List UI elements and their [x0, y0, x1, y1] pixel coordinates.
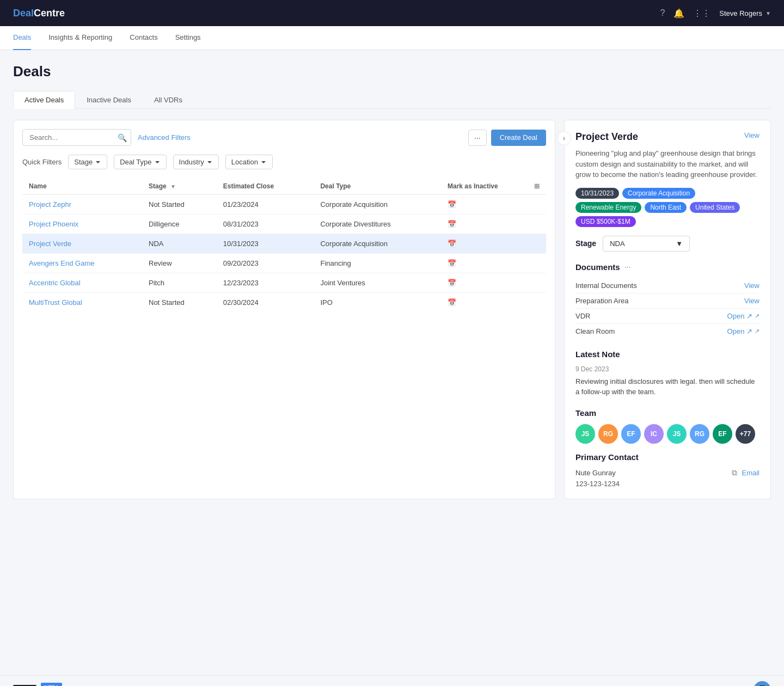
calendar-icon[interactable]: 📅 — [448, 220, 456, 228]
tag-acquisition: Corporate Acquisition — [622, 188, 695, 199]
panel-toggle-button[interactable]: › — [557, 131, 571, 145]
tag-date: 10/31/2023 — [575, 188, 619, 199]
avatar-rg1[interactable]: RG — [598, 424, 618, 444]
search-input[interactable] — [22, 129, 131, 146]
avatar-more[interactable]: +77 — [736, 424, 755, 444]
footer-logo-intralinks: INTRALINKS — [41, 683, 63, 686]
deal-action-cell: 📅 — [441, 215, 546, 234]
deal-link[interactable]: Avengers End Game — [29, 259, 94, 267]
calendar-icon[interactable]: 📅 — [448, 240, 456, 248]
avatar-ic[interactable]: IC — [644, 424, 664, 444]
deal-action-cell: 📅 — [441, 254, 546, 273]
deal-stage-cell: Not Started — [142, 293, 217, 313]
email-link[interactable]: Email — [742, 469, 759, 477]
deal-name-cell: Avengers End Game — [22, 254, 142, 273]
avatar-ef1[interactable]: EF — [621, 424, 641, 444]
deal-close-cell: 09/20/2023 — [217, 254, 314, 273]
contact-name: Nute Gunray — [575, 469, 616, 477]
avatar-js2[interactable]: JS — [667, 424, 687, 444]
latest-note-header: Latest Note — [575, 350, 759, 359]
create-deal-button[interactable]: Create Deal — [491, 130, 546, 146]
panel-header: Project Verde View — [575, 131, 759, 143]
advanced-filters-link[interactable]: Advanced Filters — [138, 133, 191, 142]
doc-view-link[interactable]: View — [744, 281, 759, 290]
user-menu[interactable]: Steve Rogers ▼ — [719, 9, 771, 17]
quick-filters-bar: Quick Filters Stage Deal Type Industry L… — [22, 155, 546, 169]
columns-icon[interactable]: ⊞ — [534, 182, 540, 190]
tag-region: North East — [645, 202, 687, 213]
detail-panel: › Project Verde View Pioneering "plug an… — [564, 120, 771, 499]
tab-active-deals[interactable]: Active Deals — [13, 91, 75, 109]
nav-item-deals[interactable]: Deals — [13, 26, 31, 50]
deal-link[interactable]: MultiTrust Global — [29, 298, 82, 307]
deal-type-cell: IPO — [314, 293, 441, 313]
table-row: Avengers End Game Review 09/20/2023 Fina… — [22, 254, 546, 273]
filter-location[interactable]: Location — [225, 155, 273, 169]
panel-title: Project Verde — [575, 131, 638, 143]
doc-label: Preparation Area — [575, 297, 629, 305]
logo-centre: Centre — [34, 8, 65, 19]
calendar-icon[interactable]: 📅 — [448, 298, 456, 307]
top-navigation: DealCentre ? 🔔 ⋮⋮ Steve Rogers ▼ — [0, 0, 784, 26]
stage-value: NDA — [610, 240, 624, 248]
doc-vdr: VDR Open ↗ — [575, 309, 759, 324]
nav-item-insights[interactable]: Insights & Reporting — [48, 26, 112, 50]
user-name: Steve Rogers — [719, 9, 762, 17]
chat-button[interactable]: 💬 — [754, 681, 771, 686]
search-icon[interactable]: 🔍 — [118, 133, 127, 142]
avatar-js1[interactable]: JS — [575, 424, 595, 444]
bell-icon[interactable]: 🔔 — [673, 8, 684, 19]
deal-link[interactable]: Project Phoenix — [29, 220, 78, 228]
top-nav-right: ? 🔔 ⋮⋮ Steve Rogers ▼ — [660, 8, 771, 19]
filter-industry[interactable]: Industry — [173, 155, 219, 169]
deal-link[interactable]: Project Zephr — [29, 200, 71, 209]
calendar-icon[interactable]: 📅 — [448, 259, 456, 267]
col-stage[interactable]: Stage ▼ — [142, 178, 217, 195]
apps-icon[interactable]: ⋮⋮ — [693, 8, 710, 19]
chevron-down-icon — [260, 159, 267, 166]
doc-view-link[interactable]: View — [744, 297, 759, 305]
team-avatars: JS RG EF IC JS RG EF +77 — [575, 424, 759, 444]
chevron-down-icon — [95, 159, 101, 166]
calendar-icon[interactable]: 📅 — [448, 200, 456, 209]
filter-deal-type[interactable]: Deal Type — [114, 155, 166, 169]
stage-label: Stage — [575, 239, 596, 248]
doc-open-link[interactable]: Open ↗ — [727, 327, 759, 335]
copy-icon[interactable]: ⧉ — [732, 468, 737, 477]
stage-chevron-icon: ▼ — [676, 240, 683, 248]
deal-action-cell: 📅 — [441, 273, 546, 293]
doc-label: VDR — [575, 312, 590, 320]
deal-type-cell: Corporate Acquisition — [314, 195, 441, 215]
team-section: Team JS RG EF IC JS RG EF +77 — [575, 408, 759, 444]
documents-title: Documents — [575, 262, 620, 272]
deal-type-cell: Corporate Acquisition — [314, 234, 441, 254]
tab-all-vdrs[interactable]: All VDRs — [143, 91, 194, 108]
deals-tabs: Active Deals Inactive Deals All VDRs — [13, 91, 771, 109]
calendar-icon[interactable]: 📅 — [448, 279, 456, 287]
sort-icon: ▼ — [170, 183, 176, 189]
deal-name-cell: Project Phoenix — [22, 215, 142, 234]
quick-filters-label: Quick Filters — [22, 158, 62, 166]
more-options-button[interactable]: ··· — [468, 130, 487, 146]
avatar-ef2[interactable]: EF — [713, 424, 732, 444]
nav-item-contacts[interactable]: Contacts — [130, 26, 157, 50]
documents-more-icon[interactable]: ··· — [624, 262, 631, 271]
deal-name-cell: Accentric Global — [22, 273, 142, 293]
panel-view-link[interactable]: View — [744, 131, 759, 139]
help-icon[interactable]: ? — [660, 8, 665, 18]
avatar-rg2[interactable]: RG — [690, 424, 709, 444]
filter-stage[interactable]: Stage — [68, 155, 107, 169]
chevron-down-icon — [206, 159, 213, 166]
deal-link[interactable]: Accentric Global — [29, 279, 81, 287]
deal-link[interactable]: Project Verde — [29, 240, 71, 248]
table-row: Project Phoenix Dilligence 08/31/2023 Co… — [22, 215, 546, 234]
deal-name-cell: MultiTrust Global — [22, 293, 142, 313]
deal-type-cell: Joint Ventures — [314, 273, 441, 293]
tab-inactive-deals[interactable]: Inactive Deals — [75, 91, 143, 108]
panel-description: Pioneering "plug and play" greenhouse de… — [575, 148, 759, 180]
doc-open-link[interactable]: Open ↗ — [727, 312, 759, 320]
search-wrapper: 🔍 — [22, 129, 131, 146]
stage-select[interactable]: NDA ▼ — [603, 236, 690, 252]
nav-item-settings[interactable]: Settings — [175, 26, 201, 50]
app-logo: DealCentre — [13, 8, 65, 19]
